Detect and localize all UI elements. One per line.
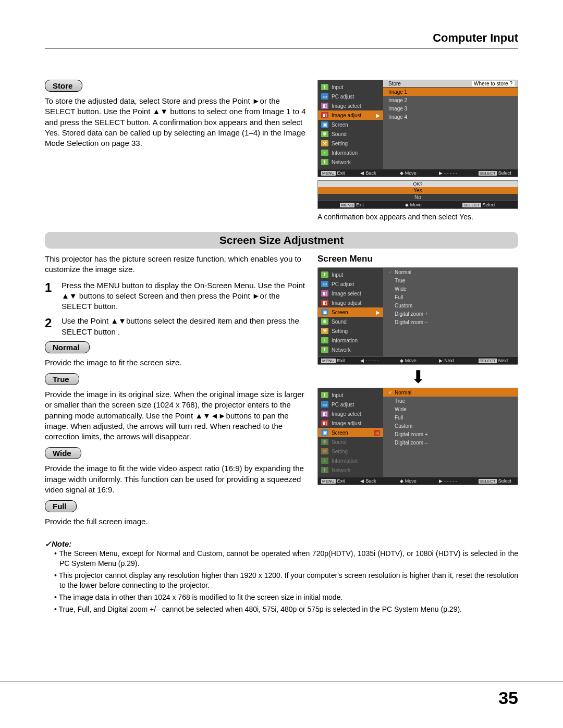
osd-store-title: Store — [386, 81, 472, 87]
menu-item[interactable]: ▭PC adjust — [318, 92, 383, 101]
menu-icon: ▭ — [321, 93, 328, 100]
menu-icon: ⚒ — [321, 140, 328, 146]
menu-label: Image select — [332, 291, 361, 297]
list-item[interactable]: Digital zoom – — [383, 318, 518, 326]
list-item[interactable]: ✓Normal — [383, 268, 518, 276]
menu-item[interactable]: ▣Screen▶ — [318, 307, 383, 317]
list-item[interactable]: Image 3 — [383, 104, 518, 113]
menu-label: Image select — [332, 103, 361, 109]
menu-label: Screen — [332, 430, 348, 436]
menu-icon: ◧ — [321, 300, 328, 306]
list-item[interactable]: True — [383, 276, 518, 285]
menu-icon: ◧ — [321, 290, 328, 297]
menu-label: PC adjust — [332, 281, 354, 287]
menu-label: Screen — [332, 310, 348, 315]
normal-pill: Normal — [45, 341, 90, 353]
menu-label: Network — [332, 467, 351, 473]
true-text: Provide the image in its original size. … — [45, 389, 307, 442]
menu-item[interactable]: ⚒Setting — [318, 326, 383, 336]
menu-item[interactable]: ▭PC adjust — [318, 400, 383, 409]
menu-item[interactable]: ⬆Input — [318, 390, 383, 400]
full-text: Provide the full screen image. — [45, 516, 307, 527]
list-item[interactable]: Image 4 — [383, 113, 518, 121]
menu-label: Screen — [332, 122, 348, 128]
menu-item[interactable]: iInformation — [318, 456, 383, 465]
menu-icon: ◧ — [321, 420, 328, 426]
menu-icon: i — [321, 337, 328, 343]
menu-item[interactable]: ⚒Setting — [318, 447, 383, 456]
true-pill: True — [45, 373, 79, 385]
menu-item[interactable]: ⬆Input — [318, 270, 383, 279]
page-number: 35 — [498, 688, 518, 708]
list-item[interactable]: Full — [383, 413, 518, 422]
osd-footer: MENUExit ◀Back ◆Move ▶- - - - - SELECTSe… — [318, 169, 518, 177]
intro-text: This projector has the picture screen re… — [45, 254, 307, 275]
list-item[interactable]: Wide — [383, 405, 518, 413]
down-arrow-icon: ⬇ — [317, 368, 518, 386]
list-item[interactable]: True — [383, 397, 518, 405]
menu-icon: ⬆ — [321, 392, 328, 398]
list-item[interactable]: Digital zoom – — [383, 438, 518, 447]
menu-label: Sound — [332, 439, 347, 445]
menu-icon: ❋ — [321, 439, 328, 445]
menu-label: Information — [332, 458, 358, 464]
menu-item[interactable]: ◧Image adjust — [318, 418, 383, 428]
menu-item[interactable]: ▣Screen◀ — [318, 428, 383, 437]
menu-item[interactable]: ⬆Network — [318, 157, 383, 167]
menu-item[interactable]: ❋Sound — [318, 129, 383, 139]
menu-icon: ◧ — [321, 411, 328, 417]
list-item[interactable]: Wide — [383, 285, 518, 293]
menu-label: Information — [332, 150, 358, 156]
menu-item[interactable]: ◧Image select — [318, 409, 383, 418]
menu-item[interactable]: ⬆Network — [318, 465, 383, 475]
list-item[interactable]: Image 2 — [383, 96, 518, 104]
screen-menu-title: Screen Menu — [317, 254, 518, 264]
list-item[interactable]: Digital zoom + — [383, 430, 518, 438]
note-heading: ✓Note: — [45, 539, 518, 549]
step-number: 2 — [45, 316, 56, 337]
menu-label: Image adjust — [332, 421, 361, 426]
note-item: True, Full, and Digital zoom +/– cannot … — [59, 604, 518, 614]
list-item[interactable]: Custom — [383, 422, 518, 430]
menu-icon: ❋ — [321, 318, 328, 325]
menu-item[interactable]: ▣Screen — [318, 120, 383, 129]
menu-label: Image adjust — [332, 113, 361, 118]
menu-item[interactable]: ⬆Input — [318, 82, 383, 92]
step-text: Press the MENU button to display the On-… — [62, 280, 307, 312]
menu-label: PC adjust — [332, 94, 354, 100]
list-item[interactable]: Image 1 — [383, 88, 518, 96]
ok-no[interactable]: No — [318, 194, 518, 201]
menu-label: Setting — [332, 141, 348, 146]
menu-item[interactable]: ◧Image select — [318, 101, 383, 110]
ok-title: OK? — [318, 181, 518, 187]
menu-item[interactable]: ⬆Network — [318, 345, 383, 354]
osd-screen-1: ⬆Input▭PC adjust◧Image select◧Image adju… — [317, 267, 518, 365]
section-heading: Screen Size Adjustment — [45, 232, 518, 249]
list-item[interactable]: Full — [383, 293, 518, 301]
note-item: The image data in other than 1024 x 768 … — [59, 593, 518, 602]
menu-item[interactable]: ◧Image adjust — [318, 298, 383, 307]
menu-item[interactable]: ❋Sound — [318, 437, 383, 447]
menu-label: Input — [332, 272, 343, 278]
menu-icon: ⬆ — [321, 347, 328, 353]
list-item[interactable]: ✓Normal — [383, 388, 518, 397]
menu-item[interactable]: ❋Sound — [318, 317, 383, 326]
menu-label: PC adjust — [332, 402, 354, 408]
full-pill: Full — [45, 500, 77, 512]
list-item[interactable]: Digital zoom + — [383, 310, 518, 318]
store-pill: Store — [45, 80, 82, 92]
list-item[interactable]: Custom — [383, 301, 518, 310]
menu-icon: ▭ — [321, 281, 328, 287]
menu-icon: ◧ — [321, 112, 328, 118]
menu-item[interactable]: ◧Image adjust▶ — [318, 110, 383, 120]
menu-item[interactable]: ▭PC adjust — [318, 279, 383, 289]
ok-yes[interactable]: Yes — [318, 187, 518, 194]
footer-rule — [0, 682, 563, 682]
osd-footer: MENUExit ◀Back ◆Move ▶- - - - - SELECTSe… — [318, 477, 518, 485]
menu-label: Image adjust — [332, 300, 361, 306]
menu-item[interactable]: iInformation — [318, 336, 383, 345]
menu-item[interactable]: ◧Image select — [318, 289, 383, 298]
menu-item[interactable]: ⚒Setting — [318, 139, 383, 148]
menu-item[interactable]: iInformation — [318, 148, 383, 157]
menu-icon: ⬆ — [321, 84, 328, 90]
